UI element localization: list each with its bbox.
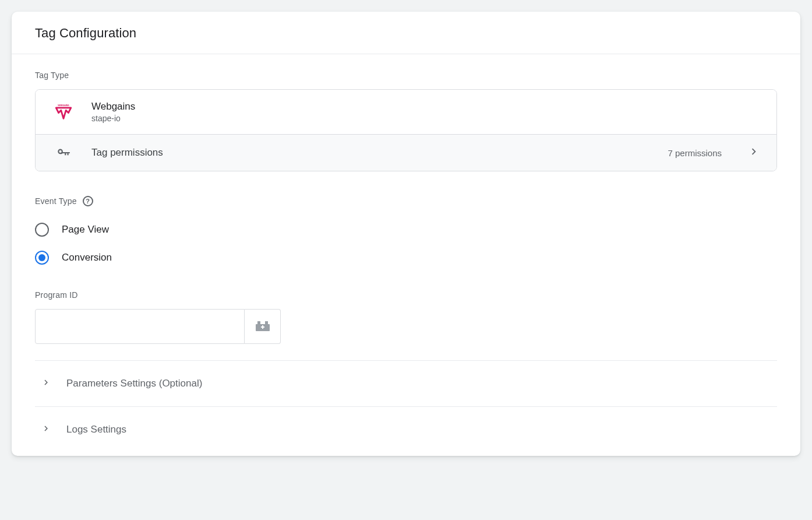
tag-config-card: Tag Configuration Tag Type WEBGAINS Webg…	[12, 12, 800, 456]
tag-permissions-row[interactable]: Tag permissions 7 permissions	[36, 134, 776, 171]
program-id-input[interactable]	[35, 309, 245, 344]
chevron-right-icon	[41, 377, 52, 390]
tag-type-box: WEBGAINS Webgains stape-io Tag permissio…	[35, 89, 777, 171]
logs-settings-label: Logs Settings	[66, 424, 126, 435]
insert-variable-button[interactable]	[245, 309, 281, 344]
parameters-settings-section[interactable]: Parameters Settings (Optional)	[35, 361, 777, 407]
radio-conversion[interactable]: Conversion	[35, 244, 777, 272]
svg-rect-5	[262, 325, 263, 329]
key-icon	[52, 145, 75, 160]
logs-settings-section[interactable]: Logs Settings	[35, 407, 777, 456]
variable-brick-icon	[255, 320, 270, 333]
tag-type-vendor: stape-io	[91, 114, 135, 123]
page-title: Tag Configuration	[35, 26, 777, 41]
radio-icon	[35, 223, 49, 237]
radio-page-view[interactable]: Page View	[35, 216, 777, 244]
radio-page-view-label: Page View	[62, 224, 109, 236]
radio-conversion-label: Conversion	[62, 252, 112, 263]
tag-permissions-count: 7 permissions	[668, 148, 722, 158]
event-type-radio-group: Page View Conversion	[35, 216, 777, 272]
event-type-label: Event Type ?	[35, 196, 777, 206]
tag-type-selected[interactable]: WEBGAINS Webgains stape-io	[36, 90, 776, 134]
tag-type-label: Tag Type	[35, 71, 777, 80]
chevron-right-icon	[747, 145, 760, 160]
program-id-field	[35, 309, 777, 344]
card-header: Tag Configuration	[12, 12, 800, 54]
chevron-right-icon	[41, 423, 52, 436]
help-icon[interactable]: ?	[83, 196, 93, 206]
tag-type-name: Webgains	[91, 101, 135, 113]
parameters-settings-label: Parameters Settings (Optional)	[66, 378, 202, 389]
svg-text:WEBGAINS: WEBGAINS	[58, 104, 69, 107]
svg-rect-3	[265, 321, 268, 324]
svg-rect-2	[257, 321, 260, 324]
radio-icon-selected	[35, 251, 49, 265]
webgains-logo-icon: WEBGAINS	[52, 100, 75, 124]
program-id-label: Program ID	[35, 290, 777, 300]
tag-permissions-label: Tag permissions	[91, 147, 651, 159]
event-type-label-text: Event Type	[35, 196, 77, 206]
